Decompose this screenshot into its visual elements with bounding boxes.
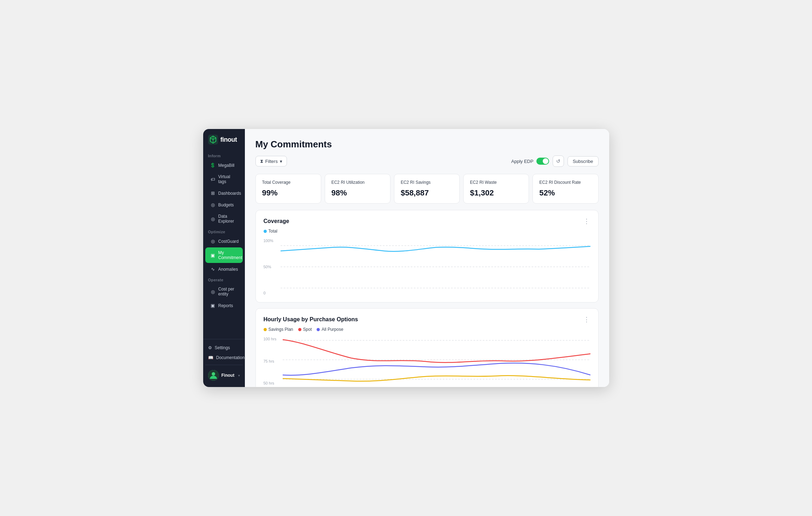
svg-point-3: [212, 373, 215, 375]
sidebar-item-my-commitment[interactable]: ▣ My Commitment: [205, 247, 243, 263]
sidebar-item-virtual-tags[interactable]: 🏷 Virtual tags: [205, 171, 243, 187]
stat-label-ec2-ri-discount-rate: EC2 RI Discount Rate: [539, 180, 592, 185]
sidebar-label-budgets: Budgets: [218, 203, 234, 207]
reports-icon: ▣: [210, 303, 216, 308]
dashboards-icon: ⊞: [210, 190, 216, 196]
legend-label-spot: Spot: [303, 327, 312, 332]
megabill-icon: 💲: [210, 163, 216, 168]
sidebar-label-cost-per-entity: Cost per entity: [218, 287, 238, 297]
legend-dot-all-purpose: [317, 328, 320, 331]
toolbar-right: Apply EDP ↺ Subscribe: [511, 156, 599, 167]
hourly-chart-legend: Savings Plan Spot All Purpose: [264, 327, 590, 332]
sidebar-label-data-explorer: Data Explorer: [218, 214, 238, 224]
filters-button[interactable]: ⧗ Filters ▾: [255, 156, 287, 166]
sidebar-item-settings[interactable]: ⚙ Settings: [205, 343, 243, 353]
filters-label: Filters: [265, 159, 278, 164]
logo: finout: [203, 135, 245, 151]
coverage-chart-area: 100% 50% 0: [264, 239, 590, 295]
sidebar-item-cost-per-entity[interactable]: ◎ Cost per entity: [205, 284, 243, 299]
legend-label-all-purpose: All Purpose: [322, 327, 343, 332]
legend-dot-total: [264, 230, 267, 233]
legend-label-savings-plan: Savings Plan: [269, 327, 293, 332]
stat-card-ec2-ri-discount-rate: EC2 RI Discount Rate 52%: [532, 174, 598, 204]
coverage-chart-title: Coverage: [264, 218, 289, 224]
stat-card-total-coverage: Total Coverage 99%: [255, 174, 321, 204]
coverage-chart-card: Coverage ⋮ Total 100% 50% 0: [255, 210, 599, 303]
costguard-icon: ◎: [210, 239, 216, 244]
toggle-knob: [543, 158, 548, 164]
legend-dot-savings-plan: [264, 328, 267, 331]
sidebar-label-anomalies: Anomalies: [218, 267, 238, 272]
sidebar-item-data-explorer[interactable]: ◎ Data Explorer: [205, 211, 243, 227]
hourly-chart-menu[interactable]: ⋮: [583, 316, 590, 323]
legend-item-spot: Spot: [298, 327, 312, 332]
sidebar-label-megabill: MegaBill: [218, 163, 235, 168]
legend-dot-spot: [298, 328, 301, 331]
sidebar-item-dashboards[interactable]: ⊞ Dashboards: [205, 188, 243, 199]
apply-edp-container: Apply EDP: [511, 158, 549, 165]
stat-label-ec2-ri-utilization: EC2 RI Utilization: [331, 180, 384, 185]
sidebar-item-costguard[interactable]: ◎ CostGuard: [205, 236, 243, 247]
y-label-100: 100%: [264, 239, 278, 243]
stat-value-ec2-ri-discount-rate: 52%: [539, 188, 592, 198]
stat-cards: Total Coverage 99% EC2 RI Utilization 98…: [255, 174, 599, 204]
hourly-chart-title: Hourly Usage by Purchase Options: [264, 316, 358, 323]
virtual-tags-icon: 🏷: [210, 177, 216, 182]
stat-label-ec2-ri-savings: EC2 RI Savings: [401, 180, 453, 185]
documentation-icon: 📖: [208, 355, 213, 360]
legend-item-all-purpose: All Purpose: [317, 327, 343, 332]
coverage-chart-y-labels: 100% 50% 0: [264, 239, 278, 295]
y-label-50: 50%: [264, 265, 278, 269]
coverage-chart-svg: [281, 239, 590, 295]
page-title: My Commitments: [255, 139, 599, 150]
sidebar-label-my-commitment: My Commitment: [218, 250, 242, 260]
logo-text: finout: [220, 136, 237, 143]
sidebar-label-costguard: CostGuard: [218, 239, 239, 244]
sidebar-label-dashboards: Dashboards: [218, 191, 241, 196]
settings-icon: ⚙: [208, 345, 212, 350]
anomalies-icon: ∿: [210, 266, 216, 272]
toolbar: ⧗ Filters ▾ Apply EDP ↺ Subscribe: [255, 156, 599, 167]
sidebar-item-megabill[interactable]: 💲 MegaBill: [205, 160, 243, 171]
y-label-50hrs: 50 hrs: [264, 381, 281, 385]
sidebar-item-reports[interactable]: ▣ Reports: [205, 300, 243, 311]
hourly-chart-svg: [283, 337, 590, 387]
y-label-75hrs: 75 hrs: [264, 359, 281, 363]
stat-label-total-coverage: Total Coverage: [262, 180, 314, 185]
sidebar-bottom: ⚙ Settings 📖 Documentation Finout: [203, 339, 245, 387]
legend-label-total: Total: [269, 229, 277, 234]
avatar: [208, 370, 219, 381]
sidebar-label-reports: Reports: [218, 303, 233, 308]
y-label-0: 0: [264, 291, 278, 295]
hourly-chart-y-labels: 100 hrs 75 hrs 50 hrs 25 hrs: [264, 337, 281, 387]
main-content: My Commitments ⧗ Filters ▾ Apply EDP ↺ S…: [245, 129, 609, 387]
stat-value-ec2-ri-waste: $1,302: [470, 188, 522, 198]
budgets-icon: ◎: [210, 202, 216, 207]
sidebar-item-documentation[interactable]: 📖 Documentation: [205, 353, 243, 363]
stat-value-ec2-ri-utilization: 98%: [331, 188, 384, 198]
sidebar-item-budgets[interactable]: ◎ Budgets: [205, 199, 243, 210]
chevron-down-icon: ▾: [238, 374, 240, 377]
sidebar-item-anomalies[interactable]: ∿ Anomalies: [205, 264, 243, 275]
sidebar: finout Inform 💲 MegaBill 🏷 Virtual tags …: [203, 129, 245, 387]
apply-edp-toggle[interactable]: [536, 158, 549, 165]
operate-section-label: Operate: [203, 275, 245, 283]
cost-per-entity-icon: ◎: [210, 289, 216, 294]
legend-item-savings-plan: Savings Plan: [264, 327, 293, 332]
stat-card-ec2-ri-waste: EC2 RI Waste $1,302: [463, 174, 529, 204]
my-commitment-icon: ▣: [210, 253, 216, 258]
inform-section-label: Inform: [203, 151, 245, 159]
user-profile[interactable]: Finout ▾: [205, 367, 243, 383]
subscribe-button[interactable]: Subscribe: [567, 156, 599, 166]
optimize-section-label: Optimize: [203, 227, 245, 235]
documentation-label: Documentation: [216, 355, 245, 360]
chevron-down-icon: ▾: [280, 159, 282, 164]
stat-card-ec2-ri-savings: EC2 RI Savings $58,887: [394, 174, 460, 204]
reset-button[interactable]: ↺: [553, 156, 564, 167]
coverage-chart-menu[interactable]: ⋮: [583, 217, 590, 225]
coverage-chart-legend: Total: [264, 229, 590, 234]
hourly-chart-card: Hourly Usage by Purchase Options ⋮ Savin…: [255, 308, 599, 387]
stat-card-ec2-ri-utilization: EC2 RI Utilization 98%: [325, 174, 390, 204]
hourly-chart-header: Hourly Usage by Purchase Options ⋮: [264, 316, 590, 323]
filter-icon: ⧗: [260, 158, 263, 164]
